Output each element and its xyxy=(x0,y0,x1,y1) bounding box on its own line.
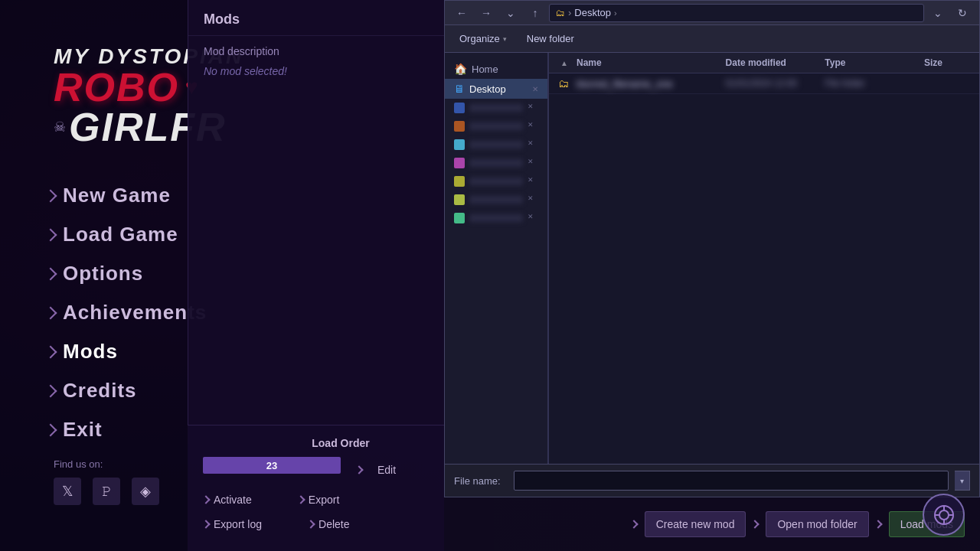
nav-blurred-4[interactable]: ✕ xyxy=(445,154,547,172)
nav-path-dropdown-button[interactable]: ⌄ xyxy=(927,4,949,22)
file-list-empty-area xyxy=(549,94,979,464)
bottom-actions-bar: Create new mod Open mod folder Load mods xyxy=(444,497,980,551)
load-order-title: Load Order xyxy=(203,437,479,449)
menu-item-credits[interactable]: Credits xyxy=(46,371,207,410)
blurred-icon-5 xyxy=(454,176,465,187)
file-name-1: blurred_filename_one xyxy=(577,78,726,90)
organize-button[interactable]: Organize ▾ xyxy=(452,29,514,48)
file-explorer-window: ← → ⌄ ↑ 🗂 › Desktop › ⌄ ↻ Organize ▾ New… xyxy=(444,0,980,497)
mods-actions-row2: Export log Delete xyxy=(203,515,479,533)
col-header-size: Size xyxy=(924,57,970,68)
twitter-icon[interactable]: 𝕏 xyxy=(54,478,81,505)
nav-blurred-3[interactable]: ✕ xyxy=(445,135,547,154)
blurred-text-3 xyxy=(469,141,523,148)
menu-label-exit: Exit xyxy=(63,418,103,442)
blurred-close-4: ✕ xyxy=(528,158,538,168)
find-us-label: Find us on: xyxy=(54,458,159,470)
discord-icon[interactable]: ◈ xyxy=(132,478,159,505)
menu-item-mods[interactable]: Mods xyxy=(46,332,207,371)
menu-item-achievements[interactable]: Achievements xyxy=(46,293,207,332)
create-mod-arrow xyxy=(629,520,638,528)
home-label: Home xyxy=(472,64,498,75)
blurred-icon-1 xyxy=(454,103,465,113)
export-log-button[interactable]: Export log xyxy=(214,515,262,533)
refresh-button[interactable]: ↻ xyxy=(952,4,973,22)
open-mod-folder-button[interactable]: Open mod folder xyxy=(766,511,868,537)
export-log-arrow xyxy=(201,520,210,528)
social-icons-row: 𝕏 𝙿 ◈ xyxy=(54,478,159,505)
desktop-close-icon[interactable]: ✕ xyxy=(532,85,538,93)
nav-blurred-5[interactable]: ✕ xyxy=(445,172,547,191)
mods-actions-row1: Activate Export xyxy=(203,491,479,509)
nav-blurred-7[interactable]: ✕ xyxy=(445,209,547,227)
menu-arrow-credits xyxy=(44,384,57,397)
path-desktop: Desktop xyxy=(574,7,611,18)
new-folder-button[interactable]: New folder xyxy=(520,29,581,48)
create-new-mod-button[interactable]: Create new mod xyxy=(645,511,746,537)
edit-label: Edit xyxy=(377,464,396,476)
explorer-content: 🏠 Home 🖥 Desktop ✕ ✕ ✕ ✕ xyxy=(445,53,979,464)
path-separator1: › xyxy=(568,7,571,18)
file-date-1: 01/01/2024 12:00 xyxy=(726,78,825,89)
menu-arrow-options xyxy=(44,267,57,280)
menu-label-credits: Credits xyxy=(63,379,137,403)
nav-back-button[interactable]: ← xyxy=(451,4,472,22)
menu-item-options[interactable]: Options xyxy=(46,254,207,293)
sort-indicator: ▲ xyxy=(558,59,570,67)
menu-label-load-game: Load Game xyxy=(63,223,178,246)
desktop-nav-icon: 🖥 xyxy=(454,83,465,95)
blurred-text-1 xyxy=(469,104,523,112)
menu-item-new-game[interactable]: New Game xyxy=(46,176,207,215)
mods-description-label: Mod description xyxy=(188,36,444,61)
nav-forward-button[interactable]: → xyxy=(475,4,497,22)
nav-blurred-1[interactable]: ✕ xyxy=(445,99,547,117)
edit-button[interactable]: Edit xyxy=(377,461,396,479)
blurred-close-5: ✕ xyxy=(528,176,538,187)
file-folder-icon: 🗂 xyxy=(558,77,570,90)
nav-blurred-2[interactable]: ✕ xyxy=(445,117,547,135)
blurred-icon-2 xyxy=(454,121,465,132)
load-order-progress-bar: 23 xyxy=(203,457,341,474)
menu-label-mods: Mods xyxy=(63,340,118,364)
activate-button[interactable]: Activate xyxy=(214,491,252,509)
activate-label: Activate xyxy=(214,494,252,506)
menu-arrow-new-game xyxy=(44,189,57,202)
menu-label-new-game: New Game xyxy=(63,184,171,207)
load-order-arrow xyxy=(354,465,363,474)
blurred-close-6: ✕ xyxy=(528,194,538,205)
menu-label-achievements: Achievements xyxy=(63,301,207,324)
export-button[interactable]: Export xyxy=(309,491,339,509)
filename-dropdown-button[interactable]: ▾ xyxy=(955,471,970,491)
export-log-label: Export log xyxy=(214,518,262,530)
menu-item-exit[interactable]: Exit xyxy=(46,410,207,449)
open-mod-folder-label: Open mod folder xyxy=(777,518,857,530)
table-row[interactable]: 🗂 blurred_filename_one 01/01/2024 12:00 … xyxy=(549,73,979,94)
col-header-type: Type xyxy=(825,57,924,68)
organize-label: Organize xyxy=(459,33,500,44)
export-arrow xyxy=(296,495,305,504)
nav-blurred-6[interactable]: ✕ xyxy=(445,191,547,209)
nav-desktop[interactable]: 🖥 Desktop ✕ xyxy=(445,79,547,99)
watermark-logo xyxy=(923,494,965,536)
filename-bar: File name: ▾ xyxy=(445,464,979,497)
explorer-path-bar[interactable]: 🗂 › Desktop › xyxy=(549,4,924,22)
blurred-icon-6 xyxy=(454,194,465,205)
delete-button[interactable]: Delete xyxy=(318,515,349,533)
blurred-text-7 xyxy=(469,214,523,222)
filename-input[interactable] xyxy=(514,471,949,491)
svg-point-1 xyxy=(939,510,949,520)
file-type-1: File folder xyxy=(825,78,924,89)
nav-home[interactable]: 🏠 Home xyxy=(445,59,547,79)
blurred-close-3: ✕ xyxy=(528,139,538,150)
nav-up-button[interactable]: ↑ xyxy=(524,4,546,22)
title-line2: ROBO xyxy=(54,67,179,107)
menu-item-load-game[interactable]: Load Game xyxy=(46,215,207,254)
path-folder-icon: 🗂 xyxy=(556,8,565,18)
nav-dropdown-button[interactable]: ⌄ xyxy=(500,4,521,22)
explorer-titlebar: ← → ⌄ ↑ 🗂 › Desktop › ⌄ ↻ xyxy=(445,1,979,25)
patreon-icon[interactable]: 𝙿 xyxy=(93,478,120,505)
blurred-icon-3 xyxy=(454,139,465,150)
logo-icon xyxy=(933,504,956,527)
mods-panel-title: Mods xyxy=(188,0,444,36)
blurred-icon-7 xyxy=(454,213,465,223)
